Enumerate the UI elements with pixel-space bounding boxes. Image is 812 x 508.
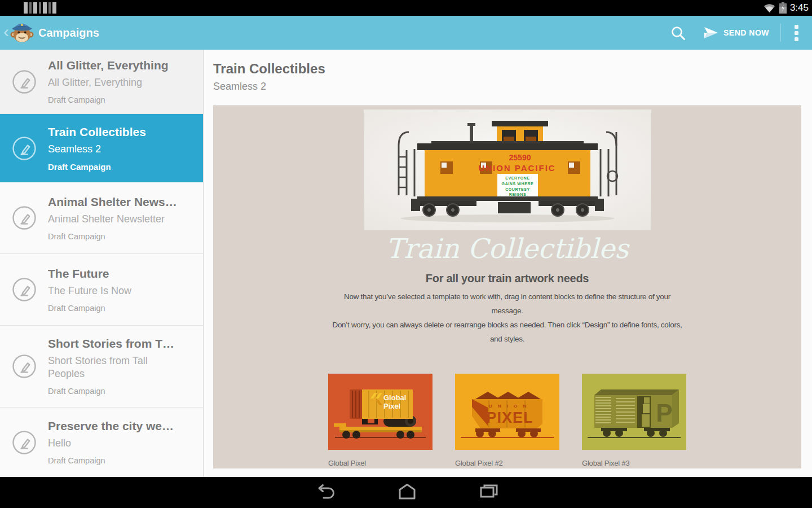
- campaign-list-item[interactable]: Animal Shelter News… Animal Shelter News…: [0, 182, 203, 254]
- campaign-list-item[interactable]: Preserve the city we… Hello Draft Campai…: [0, 408, 203, 477]
- campaign-status: Draft Campaign: [48, 456, 174, 465]
- campaign-status: Draft Campaign: [48, 387, 174, 396]
- image-block-row: Global Pixel: [213, 374, 801, 450]
- body-paragraph: Now that you’ve selected a template to w…: [329, 290, 686, 318]
- campaign-subtitle: Animal Shelter Newsletter: [48, 213, 177, 226]
- campaign-subtitle: The Future Is Now: [48, 284, 131, 297]
- draft-pencil-icon: [11, 353, 37, 379]
- image-block-flatcar[interactable]: Global Pixel: [328, 374, 433, 450]
- email-preview[interactable]: 25590 UNION PACIFIC EVERYONE GAINS WHERE…: [213, 106, 801, 468]
- campaign-title: Preserve the city we…: [48, 419, 174, 433]
- campaign-status: Draft Campaign: [48, 162, 146, 172]
- campaign-status: Draft Campaign: [48, 95, 169, 104]
- send-plane-icon: [704, 26, 718, 40]
- campaign-list-item[interactable]: All Glitter, Everything All Glitter, Eve…: [0, 50, 203, 114]
- email-hero-title: Train Collectibles: [213, 231, 801, 265]
- image-caption: Global Pixel: [328, 459, 433, 467]
- send-now-label: SEND NOW: [723, 28, 769, 37]
- campaign-subtitle: Short Stories from Tall Peoples: [48, 354, 166, 380]
- campaign-title: Animal Shelter News…: [48, 195, 177, 209]
- sign-line: GAINS WHERE: [501, 182, 533, 186]
- campaign-subtitle: All Glitter, Everything: [48, 76, 169, 89]
- block3-label-big: P: [656, 399, 672, 427]
- search-icon: [670, 25, 686, 41]
- image-block-hopper[interactable]: U N I O N PIXEL: [455, 374, 559, 450]
- campaign-list-item[interactable]: Short Stories from T… Short Stories from…: [0, 326, 203, 408]
- campaign-list: All Glitter, Everything All Glitter, Eve…: [0, 50, 204, 477]
- hero-photo: 25590 UNION PACIFIC EVERYONE GAINS WHERE…: [364, 110, 651, 230]
- sign-line: EVERYONE: [505, 176, 529, 180]
- draft-pencil-icon: [11, 135, 37, 161]
- image-caption-row: Global Pixel Global Pixel #2 Global Pixe…: [213, 459, 801, 467]
- campaign-title: Short Stories from T…: [48, 337, 174, 351]
- mailchimp-freddie-logo[interactable]: [10, 21, 34, 45]
- android-nav-bar: [0, 477, 812, 508]
- draft-pencil-icon: [11, 205, 37, 231]
- back-chevron[interactable]: ‹: [0, 16, 10, 50]
- image-block-boxcar[interactable]: P: [582, 374, 686, 450]
- send-now-button[interactable]: SEND NOW: [696, 16, 780, 50]
- sign-line: REIGNS: [509, 192, 526, 196]
- battery-charging-icon: [779, 2, 787, 14]
- campaign-detail-panel: Train Collectibles Seamless 2: [204, 50, 812, 477]
- campaign-subtitle: Seamless 2: [48, 143, 146, 156]
- status-bar: 3:45: [0, 0, 812, 16]
- campaign-title: All Glitter, Everything: [48, 59, 169, 72]
- email-body-text: Now that you’ve selected a template to w…: [329, 290, 686, 346]
- caboose-photo-illustration: 25590 UNION PACIFIC EVERYONE GAINS WHERE…: [364, 110, 651, 230]
- campaign-list-item-selected[interactable]: Train Collectibles Seamless 2 Draft Camp…: [0, 114, 203, 182]
- block1-logo-text: Global: [383, 393, 406, 402]
- block1-logo-text: Pixel: [383, 402, 400, 410]
- campaign-title: Train Collectibles: [48, 125, 146, 139]
- action-bar: ‹ Campaigns: [0, 16, 812, 50]
- clock: 3:45: [790, 2, 809, 14]
- page-title: Campaigns: [38, 27, 99, 40]
- caboose-number: 25590: [509, 153, 531, 162]
- campaign-list-item[interactable]: The Future The Future Is Now Draft Campa…: [0, 254, 203, 326]
- campaign-title: The Future: [48, 267, 131, 281]
- detail-subtitle: Seamless 2: [213, 81, 812, 93]
- campaign-status: Draft Campaign: [48, 304, 131, 313]
- block2-label-small: U N I O N: [489, 404, 529, 409]
- notification-bars-icon: [24, 2, 56, 14]
- block2-label-big: PIXEL: [486, 409, 533, 426]
- home-icon[interactable]: [397, 482, 417, 502]
- draft-pencil-icon: [11, 277, 37, 303]
- image-caption: Global Pixel #3: [582, 459, 686, 467]
- recents-icon[interactable]: [479, 482, 499, 502]
- body-paragraph: Don’t worry, you can always delete or re…: [329, 318, 686, 346]
- search-button[interactable]: [660, 16, 696, 50]
- campaign-subtitle: Hello: [48, 437, 174, 450]
- wifi-icon: [763, 3, 776, 14]
- campaign-status: Draft Campaign: [48, 232, 177, 241]
- overflow-menu-button[interactable]: [781, 16, 812, 50]
- caboose-brand: UNION PACIFIC: [478, 163, 555, 173]
- sign-line: COURTESY: [505, 187, 530, 191]
- back-icon[interactable]: [315, 482, 336, 502]
- email-subheading: For all your train artwork needs: [213, 272, 801, 285]
- app-screen: 3:45 ‹ Campaigns: [0, 0, 812, 508]
- draft-pencil-icon: [11, 69, 37, 95]
- detail-title: Train Collectibles: [213, 61, 812, 77]
- image-caption: Global Pixel #2: [455, 459, 559, 467]
- draft-pencil-icon: [11, 430, 37, 456]
